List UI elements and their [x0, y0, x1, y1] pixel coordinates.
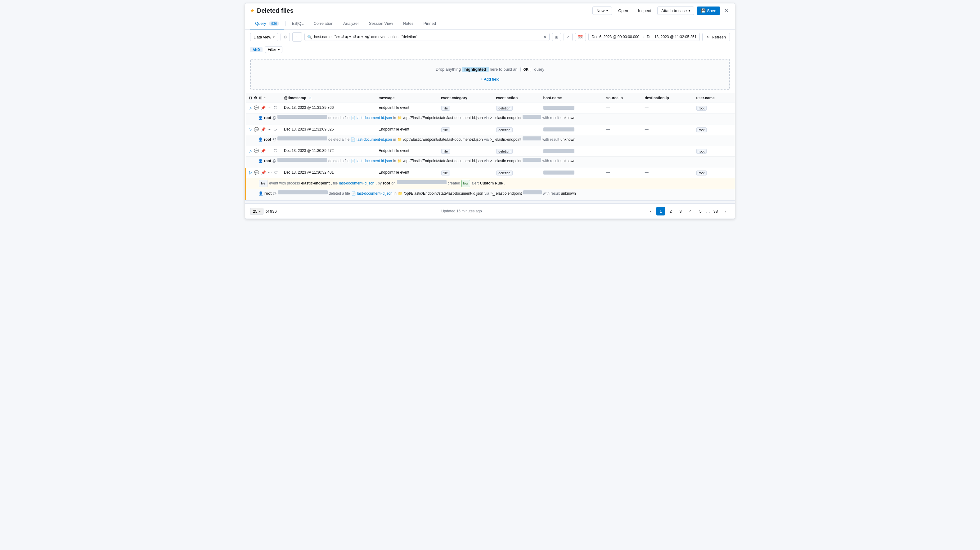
page-title: Deleted files: [257, 7, 294, 14]
date-to: Dec 13, 2023 @ 11:32:05.251: [647, 35, 696, 39]
search-bar: 🔍 host.name : "ꦚ ꦩꦶꦟꦸ꧞ ꦩꦶꦟ꧞ ꦟꦸ" and even…: [304, 33, 549, 41]
per-page-select[interactable]: 25 ▾: [250, 208, 264, 215]
expand-row: 👤 root @ deleted a file 📄 last-document-…: [246, 157, 735, 168]
inspect-button[interactable]: Inspect: [634, 7, 655, 14]
app-window: ★ Deleted files New ▾ Open Inspect Attac…: [245, 3, 735, 219]
save-icon: 💾: [701, 8, 706, 13]
tab-pinned[interactable]: Pinned: [418, 18, 441, 29]
expand-row-icon[interactable]: ▷: [249, 170, 252, 175]
tab-session-view[interactable]: Session View: [364, 18, 398, 29]
search-icon: 🔍: [307, 35, 312, 40]
search-query-text[interactable]: host.name : "ꦚ ꦩꦶꦟꦸ꧞ ꦩꦶꦟ꧞ ꦟꦸ" and event.…: [314, 35, 541, 39]
destination-ip-cell: —: [642, 146, 693, 157]
col-event-category[interactable]: event.category: [438, 94, 493, 103]
fields-button[interactable]: ⊞: [552, 33, 561, 41]
arrow-up-icon[interactable]: ↑: [264, 96, 266, 100]
horizontal-scrollbar[interactable]: [245, 200, 735, 203]
shield-icon[interactable]: 🛡: [274, 127, 277, 132]
expand-row-icon[interactable]: ▷: [249, 149, 252, 153]
prev-page-button[interactable]: ‹: [646, 207, 655, 216]
filter-button[interactable]: Filter ▾: [265, 46, 282, 53]
shield-icon[interactable]: 🛡: [274, 105, 277, 110]
chat-icon[interactable]: 💬: [254, 170, 259, 175]
page-1-button[interactable]: 1: [656, 207, 665, 216]
event-category-cell: file: [438, 125, 493, 135]
page-3-button[interactable]: 3: [676, 207, 685, 216]
highlight-badge: highlighted: [462, 67, 489, 72]
header-title: ★ Deleted files: [250, 7, 589, 14]
expand-row-icon[interactable]: ▷: [249, 127, 252, 132]
calendar-button[interactable]: 📅: [575, 33, 586, 41]
date-range[interactable]: Dec 6, 2023 @ 00:00:00.000 → Dec 13, 202…: [589, 33, 700, 41]
user-name-cell: root: [693, 146, 735, 157]
star-icon[interactable]: ★: [250, 8, 255, 14]
footer: 25 ▾ of 936 Updated 15 minutes ago ‹ 1 2…: [245, 203, 735, 219]
col-destination-ip[interactable]: destination.ip: [642, 94, 693, 103]
timestamp-cell: Dec 13, 2023 @ 11:30:32.401: [281, 168, 375, 178]
page-last-button[interactable]: 38: [711, 207, 720, 216]
new-button[interactable]: New ▾: [592, 6, 612, 15]
col-source-ip[interactable]: source.ip: [603, 94, 642, 103]
expand-row-icon[interactable]: ▷: [249, 105, 252, 110]
search-clear-button[interactable]: ✕: [543, 35, 547, 40]
date-from: Dec 6, 2023 @ 00:00:00.000: [592, 35, 640, 39]
timestamp-cell: Dec 13, 2023 @ 11:30:39.272: [281, 146, 375, 157]
col-message[interactable]: message: [375, 94, 438, 103]
data-view-button[interactable]: Data view ▾: [250, 33, 278, 41]
more-icon[interactable]: ⋯: [268, 170, 272, 175]
update-status: Updated 15 minutes ago: [277, 209, 646, 213]
file-icon: 📄: [351, 136, 355, 143]
pin-icon[interactable]: 📌: [261, 149, 266, 153]
col-user-name[interactable]: user.name: [693, 94, 735, 103]
share-button[interactable]: ↗: [563, 33, 573, 41]
close-button[interactable]: ✕: [723, 6, 730, 15]
expand-all-icon[interactable]: ⊡: [249, 96, 252, 100]
chat-icon[interactable]: 💬: [254, 149, 259, 153]
add-field-link[interactable]: + Add field: [480, 77, 499, 82]
more-icon[interactable]: ⋯: [267, 127, 272, 132]
chat-icon[interactable]: 💬: [254, 127, 259, 132]
pin-icon[interactable]: 📌: [261, 127, 266, 132]
tab-query[interactable]: Query 936: [250, 18, 284, 29]
expand-content-cell: 👤 root @ deleted a file 📄 last-document-…: [246, 157, 735, 168]
page-2-button[interactable]: 2: [666, 207, 675, 216]
pin-icon[interactable]: 📌: [261, 170, 266, 175]
add-filter-button[interactable]: ＋: [292, 32, 302, 41]
col-timestamp[interactable]: @timestamp ↓1: [281, 94, 375, 103]
attach-to-case-button[interactable]: Attach to case ▾: [657, 6, 694, 15]
open-button[interactable]: Open: [614, 7, 632, 14]
file-icon: 📄: [351, 158, 355, 165]
shield-icon[interactable]: 🛡: [274, 149, 277, 153]
tab-esql[interactable]: ES|QL: [287, 18, 309, 29]
attach-chevron-icon: ▾: [689, 9, 690, 13]
user-name-cell: root: [693, 125, 735, 135]
message-cell: Endpoint file event: [375, 103, 438, 114]
message-cell: Endpoint file event: [375, 125, 438, 135]
shield-icon[interactable]: 🛡: [274, 170, 278, 175]
path-icon: 📁: [397, 115, 402, 122]
save-button[interactable]: 💾 Save: [697, 6, 720, 15]
table-row: ▷ 💬 📌 ⋯ 🛡 Dec 13, 2023 @ 11:30:39.272 En…: [246, 146, 735, 157]
page-5-button[interactable]: 5: [696, 207, 705, 216]
tab-analyzer[interactable]: Analyzer: [338, 18, 364, 29]
more-icon[interactable]: ⋯: [267, 149, 272, 153]
next-page-button[interactable]: ›: [721, 207, 730, 216]
columns-icon[interactable]: ⚙: [254, 96, 257, 100]
refresh-button[interactable]: ↻ Refresh: [702, 33, 730, 41]
col-event-action[interactable]: event.action: [493, 94, 540, 103]
share-icon: ↗: [566, 35, 570, 40]
page-4-button[interactable]: 4: [686, 207, 695, 216]
tab-notes[interactable]: Notes: [398, 18, 418, 29]
more-icon[interactable]: ⋯: [267, 105, 272, 110]
tab-correlation[interactable]: Correlation: [309, 18, 338, 29]
sort-icon[interactable]: ⊞: [259, 96, 262, 100]
query-badge: 936: [269, 21, 279, 26]
fields-icon: ⊞: [555, 35, 558, 40]
chat-icon[interactable]: 💬: [254, 105, 259, 110]
filter-options-button[interactable]: ⚙: [280, 33, 290, 41]
expand-row: 👤 root @ deleted a file 📄 last-document-…: [246, 114, 735, 125]
expand-row-alert: 👤 root @ deleted a file 📄 last-document-…: [246, 189, 735, 200]
pin-icon[interactable]: 📌: [261, 105, 266, 110]
drop-zone[interactable]: Drop anything highlighted here to build …: [250, 59, 730, 90]
col-host-name[interactable]: host.name: [540, 94, 603, 103]
